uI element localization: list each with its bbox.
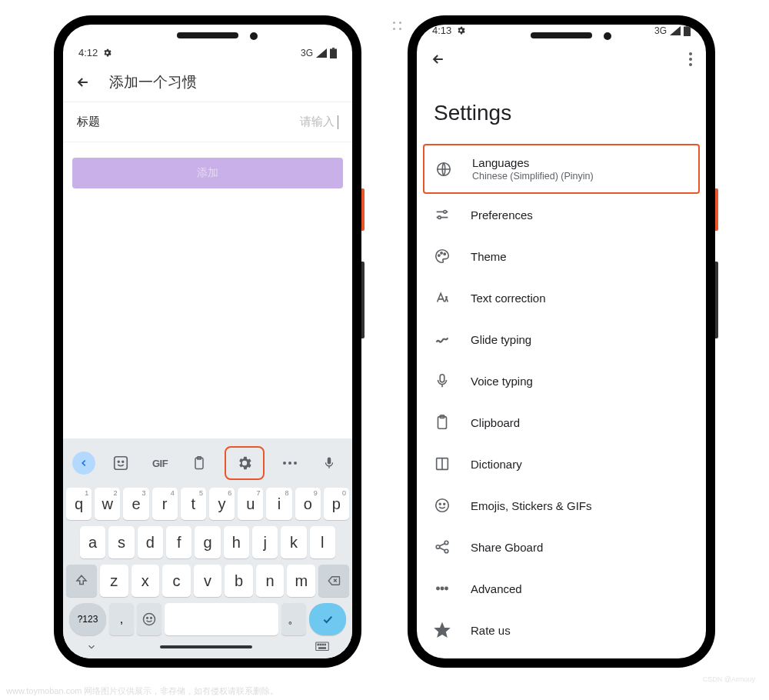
keyboard: GIF q1w2e3r4t5y6u7i8o9p0 asdf (63, 438, 352, 658)
settings-label: Theme (471, 250, 507, 263)
key-g[interactable]: g (195, 526, 220, 558)
enter-key[interactable] (309, 603, 346, 635)
svg-point-23 (444, 211, 447, 214)
settings-item-emojis-stickers-gifs[interactable]: Emojis, Stickers & GIFs (417, 485, 706, 526)
title-field-row[interactable]: 标题 (63, 102, 352, 142)
settings-label: Languages (472, 156, 594, 169)
page-title: 添加一个习惯 (109, 72, 197, 92)
key-j[interactable]: j (252, 526, 278, 558)
comma-key[interactable]: , (109, 603, 134, 635)
gear-icon (456, 25, 466, 35)
key-q[interactable]: q1 (66, 488, 92, 520)
svg-rect-1 (330, 49, 337, 59)
svg-point-40 (445, 587, 448, 589)
settings-item-rate-us[interactable]: Rate us (417, 609, 706, 651)
svg-point-33 (439, 503, 441, 505)
chevron-left-icon[interactable] (72, 452, 95, 475)
space-key[interactable] (165, 603, 278, 635)
clipboard-icon[interactable] (185, 449, 213, 477)
settings-item-preferences[interactable]: Preferences (417, 194, 706, 235)
palette-icon (434, 248, 451, 265)
svg-rect-16 (320, 644, 321, 645)
settings-item-voice-typing[interactable]: Voice typing (417, 360, 706, 402)
svg-point-7 (283, 462, 286, 465)
svg-rect-14 (316, 642, 329, 651)
key-y[interactable]: y6 (209, 488, 235, 520)
settings-label: Dictionary (471, 458, 522, 471)
svg-point-13 (151, 618, 152, 619)
add-button[interactable]: 添加 (72, 158, 343, 188)
key-k[interactable]: k (281, 526, 306, 558)
status-time: 4:13 (432, 25, 451, 36)
back-arrow-icon[interactable] (75, 75, 91, 90)
key-a[interactable]: a (80, 526, 105, 558)
text-cursor (338, 115, 338, 129)
key-z[interactable]: z (100, 565, 128, 597)
key-m[interactable]: m (287, 565, 315, 597)
emoji-key[interactable] (137, 603, 161, 635)
svg-point-26 (441, 252, 442, 254)
period-key[interactable]: 。 (281, 603, 306, 635)
svg-point-38 (437, 587, 439, 589)
settings-item-text-correction[interactable]: Text correction (417, 277, 706, 318)
svg-rect-21 (684, 27, 691, 37)
key-d[interactable]: d (138, 526, 163, 558)
more-icon[interactable] (276, 449, 304, 477)
shift-key[interactable] (66, 565, 97, 597)
settings-item-languages[interactable]: LanguagesChinese (Simplified) (Pinyin) (423, 144, 700, 194)
keyboard-switch-icon[interactable] (315, 642, 329, 652)
more-icon[interactable] (689, 52, 692, 66)
settings-item-advanced[interactable]: Advanced (417, 568, 706, 609)
key-i[interactable]: i8 (266, 488, 291, 520)
gear-icon[interactable] (231, 449, 258, 477)
drag-handle (393, 22, 402, 31)
key-p[interactable]: p0 (324, 488, 349, 520)
dots-icon (434, 580, 451, 597)
settings-item-theme[interactable]: Theme (417, 235, 706, 277)
key-w[interactable]: w2 (95, 488, 120, 520)
key-o[interactable]: o9 (295, 488, 321, 520)
settings-label: Rate us (471, 624, 511, 637)
key-e[interactable]: e3 (123, 488, 148, 520)
key-x[interactable]: x (131, 565, 160, 597)
key-l[interactable]: l (310, 526, 335, 558)
settings-item-dictionary[interactable]: Dictionary (417, 443, 706, 485)
mic-icon[interactable] (315, 449, 343, 477)
key-r[interactable]: r4 (152, 488, 178, 520)
back-arrow-icon[interactable] (431, 52, 446, 67)
key-u[interactable]: u7 (238, 488, 263, 520)
key-t[interactable]: t5 (181, 488, 206, 520)
gear-icon (102, 48, 112, 58)
key-f[interactable]: f (166, 526, 191, 558)
globe-icon (435, 161, 452, 178)
chevron-down-icon[interactable] (86, 642, 97, 652)
nav-pill[interactable] (160, 645, 252, 648)
share-icon (434, 538, 451, 555)
title-input[interactable] (242, 115, 335, 128)
star-icon (434, 622, 451, 638)
settings-item-share-gboard[interactable]: Share Gboard (417, 526, 706, 568)
settings-item-glide-typing[interactable]: Glide typing (417, 318, 706, 360)
signal-icon (316, 48, 327, 58)
key-b[interactable]: b (225, 565, 253, 597)
network-label: 3G (654, 25, 667, 36)
sticker-icon[interactable] (107, 449, 135, 477)
backspace-key[interactable] (318, 565, 349, 597)
key-c[interactable]: c (162, 565, 191, 597)
key-n[interactable]: n (256, 565, 285, 597)
settings-label: Share Gboard (471, 541, 543, 554)
key-v[interactable]: v (194, 565, 222, 597)
phone-left: 4:12 3G 添加一个习惯 标题 添加 (54, 15, 361, 668)
svg-point-34 (444, 503, 445, 505)
settings-item-clipboard[interactable]: Clipboard (417, 402, 706, 443)
gif-button[interactable]: GIF (146, 449, 174, 477)
key-s[interactable]: s (108, 526, 134, 558)
network-label: 3G (301, 48, 313, 58)
phone-right: 4:13 3G Settings LanguagesChinese (Simpl… (408, 15, 715, 668)
svg-rect-2 (115, 457, 128, 470)
watermark-right: CSDN @Armouy (703, 675, 755, 683)
symbols-key[interactable]: ?123 (69, 603, 106, 635)
glide-icon (434, 331, 451, 348)
key-h[interactable]: h (224, 526, 249, 558)
svg-rect-10 (328, 458, 331, 465)
